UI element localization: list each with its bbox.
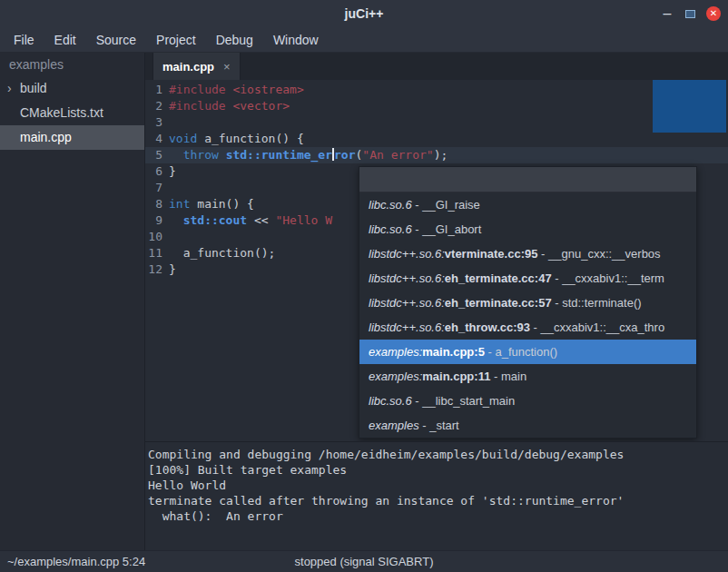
line-number: 5: [145, 147, 169, 163]
editor[interactable]: 1#include <iostream>2#include <vector>34…: [145, 80, 728, 441]
tabbar: main.cpp×: [145, 53, 728, 80]
menu-item-file[interactable]: File: [4, 27, 44, 53]
line-number: 6: [145, 163, 169, 180]
status-file-position: ~/examples/main.cpp 5:24: [7, 555, 145, 568]
stack-frame-item[interactable]: libc.so.6 - __GI_abort: [359, 217, 696, 242]
editor-line[interactable]: 5 throw std::runtime_error("An error");: [145, 147, 728, 163]
code-text: throw std::runtime_error("An error");: [169, 147, 448, 163]
menu-item-edit[interactable]: Edit: [44, 27, 86, 53]
menu-item-project[interactable]: Project: [146, 27, 206, 53]
stack-frame-item[interactable]: libstdc++.so.6:eh_terminate.cc:57 - std:…: [359, 291, 696, 315]
sidebar-item-cmakelists-txt[interactable]: CMakeLists.txt: [0, 101, 144, 125]
minimize-button[interactable]: –: [660, 6, 674, 21]
editor-line[interactable]: 2#include <vector>: [145, 98, 728, 114]
tab-label: main.cpp: [162, 60, 214, 74]
tab-close-icon[interactable]: ×: [223, 60, 231, 74]
code-text: #include <vector>: [169, 98, 290, 114]
close-button[interactable]: ✕: [706, 6, 721, 21]
sidebar-tree: ›buildCMakeLists.txtmain.cpp: [0, 76, 144, 150]
line-number: 3: [145, 114, 169, 131]
line-number: 1: [145, 82, 169, 98]
maximize-button[interactable]: [685, 10, 695, 18]
terminal-line: Compiling and debugging /home/eidheim/ex…: [148, 447, 728, 462]
code-text: }: [169, 261, 176, 278]
stack-frame-item[interactable]: libc.so.6 - __GI_raise: [359, 192, 696, 217]
chevron-right-icon[interactable]: ›: [7, 76, 12, 101]
stack-frame-item[interactable]: libstdc++.so.6:vterminate.cc:95 - __gnu_…: [359, 242, 696, 266]
line-number: 4: [145, 131, 169, 147]
main-pane: main.cpp× 1#include <iostream>2#include …: [145, 53, 728, 550]
sidebar-item-label: CMakeLists.txt: [20, 105, 103, 120]
window-title: juCi++: [0, 0, 728, 27]
status-debug-state: stopped (signal SIGABRT): [295, 555, 434, 568]
menu-item-source[interactable]: Source: [86, 27, 146, 53]
statusbar: ~/examples/main.cpp 5:24 stopped (signal…: [0, 550, 728, 572]
line-number: 9: [145, 212, 169, 229]
sidebar: examples ›buildCMakeLists.txtmain.cpp: [0, 53, 145, 550]
editor-line[interactable]: 4void a_function() {: [145, 131, 728, 147]
terminal-line: Hello World: [148, 478, 728, 493]
sidebar-item-label: main.cpp: [20, 130, 72, 144]
stack-frame-item[interactable]: examples:main.cpp:11 - main: [359, 364, 696, 389]
stack-frame-item[interactable]: libstdc++.so.6:eh_terminate.cc:47 - __cx…: [359, 266, 696, 291]
editor-line[interactable]: 1#include <iostream>: [145, 82, 728, 98]
stack-frame-list: libc.so.6 - __GI_raiselibc.so.6 - __GI_a…: [359, 192, 696, 438]
line-number: 12: [145, 261, 169, 278]
editor-line[interactable]: 3: [145, 114, 728, 131]
line-number: 2: [145, 98, 169, 114]
code-text: int main() {: [169, 196, 254, 212]
stack-frame-item[interactable]: libstdc++.so.6:eh_throw.cc:93 - __cxxabi…: [359, 315, 696, 340]
tooltip-box: [653, 80, 726, 133]
sidebar-item-main-cpp[interactable]: main.cpp: [0, 125, 144, 150]
tab-main-cpp[interactable]: main.cpp×: [152, 53, 241, 80]
line-number: 11: [145, 245, 169, 261]
sidebar-header: examples: [0, 53, 144, 76]
content: examples ›buildCMakeLists.txtmain.cpp ma…: [0, 53, 728, 550]
popup-header: [359, 167, 696, 192]
terminal-line: what(): An error: [148, 508, 728, 524]
terminal: Compiling and debugging /home/eidheim/ex…: [145, 441, 728, 550]
stack-frame-item[interactable]: libc.so.6 - __libc_start_main: [359, 389, 696, 413]
line-number: 8: [145, 196, 169, 212]
sidebar-item-label: build: [20, 81, 47, 95]
code-text: a_function();: [169, 245, 275, 261]
sidebar-item-build[interactable]: ›build: [0, 76, 144, 101]
menu-item-debug[interactable]: Debug: [206, 27, 263, 53]
terminal-line: [100%] Built target examples: [148, 462, 728, 478]
window-controls: – ✕: [660, 0, 721, 27]
menu-item-window[interactable]: Window: [263, 27, 329, 53]
menubar: FileEditSourceProjectDebugWindow: [0, 27, 728, 53]
line-number: 7: [145, 180, 169, 196]
stack-frame-item[interactable]: examples:main.cpp:5 - a_function(): [359, 340, 696, 364]
titlebar: juCi++ – ✕: [0, 0, 728, 27]
code-text: std::cout << "Hello W: [169, 212, 332, 229]
stack-popup: libc.so.6 - __GI_raiselibc.so.6 - __GI_a…: [359, 166, 697, 439]
code-text: void a_function() {: [169, 131, 304, 147]
stack-frame-item[interactable]: examples - _start: [359, 413, 696, 438]
code-text: #include <iostream>: [169, 82, 304, 98]
code-text: }: [169, 163, 176, 180]
terminal-line: terminate called after throwing an insta…: [148, 493, 728, 508]
line-number: 10: [145, 229, 169, 245]
app-window: juCi++ – ✕ FileEditSourceProjectDebugWin…: [0, 0, 728, 572]
